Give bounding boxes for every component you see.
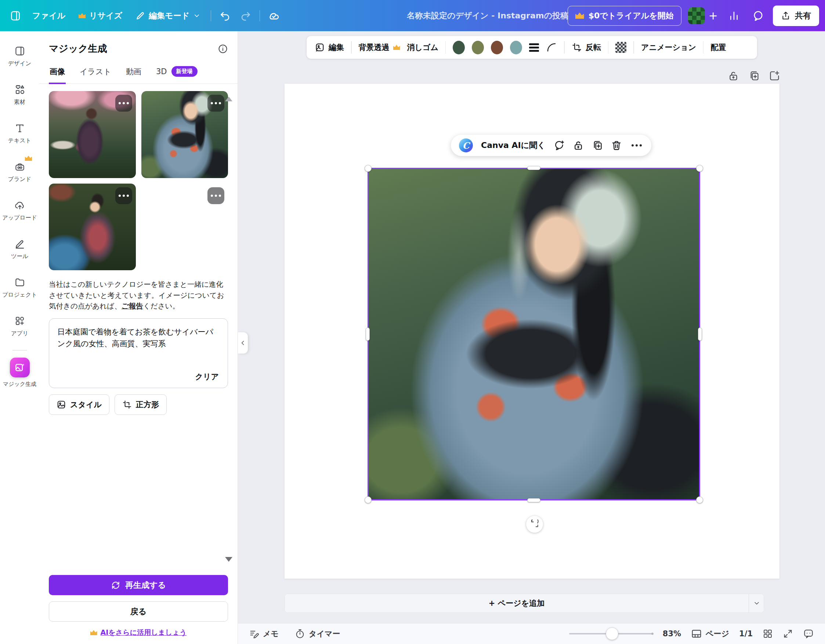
fullscreen-icon[interactable] <box>783 629 793 639</box>
sidebar-item-brand[interactable]: ブランド <box>0 153 39 191</box>
redo-button[interactable] <box>236 6 255 25</box>
prompt-input[interactable]: 日本庭園で着物を着てお茶を飲むサイバーパンク風の女性、高画質、実写系 <box>49 319 228 366</box>
panel-collapse-button[interactable] <box>238 332 248 354</box>
info-icon[interactable] <box>218 44 228 54</box>
aspect-ratio-button[interactable]: 正方形 <box>114 394 167 415</box>
edit-mode-button[interactable]: 編集モード <box>130 6 206 25</box>
assistant-icon[interactable] <box>803 628 814 639</box>
transparency-icon[interactable] <box>615 42 626 53</box>
bg-remover-button[interactable]: 背景透過 <box>359 42 400 53</box>
sidebar-item-text[interactable]: テキスト <box>0 114 39 153</box>
resize-button[interactable]: リサイズ <box>73 6 128 25</box>
resize-handle-bottom[interactable] <box>527 498 541 502</box>
generated-results-grid <box>49 91 228 270</box>
upload-cloud-icon <box>14 200 25 211</box>
resize-handle-top-right[interactable] <box>696 165 703 172</box>
image-color-swatch-4[interactable] <box>510 41 522 54</box>
resize-handle-right[interactable] <box>698 327 702 341</box>
generated-image-1[interactable] <box>49 91 136 178</box>
add-comment-button[interactable] <box>554 140 565 151</box>
resize-handle-bottom-right[interactable] <box>696 496 703 503</box>
regenerate-button[interactable]: 再生成する <box>49 575 228 595</box>
report-link[interactable]: ご報告 <box>122 302 143 310</box>
lock-toggle-icon[interactable] <box>728 70 739 82</box>
eraser-button[interactable]: 消しゴム <box>407 42 439 53</box>
style-button[interactable]: スタイル <box>49 394 110 415</box>
crop-icon <box>572 42 582 53</box>
generated-image-4[interactable] <box>141 184 229 270</box>
generated-image-3[interactable] <box>49 184 136 270</box>
lock-element-button[interactable] <box>573 140 584 151</box>
home-menu-button[interactable] <box>6 6 25 25</box>
sidebar-item-projects[interactable]: プロジェクト <box>0 269 39 307</box>
scroll-up-arrow[interactable] <box>225 97 232 101</box>
tab-illustration[interactable]: イラスト <box>79 63 112 84</box>
sidebar-item-tools[interactable]: ツール <box>0 230 39 269</box>
page-manager-button[interactable]: ページ <box>691 628 729 639</box>
timer-button[interactable]: タイマー <box>295 629 340 639</box>
zoom-slider-knob[interactable] <box>606 627 618 640</box>
file-menu-button[interactable]: ファイル <box>26 6 71 25</box>
more-options-button[interactable] <box>630 143 643 148</box>
duplicate-element-button[interactable] <box>592 140 603 151</box>
ai-upsell-link[interactable]: AIをさらに活用しましょう <box>100 628 187 638</box>
generated-image-2[interactable] <box>141 91 229 178</box>
image-color-swatch-2[interactable] <box>472 41 484 54</box>
regenerate-icon <box>111 581 121 590</box>
sidebar-item-design[interactable]: デザイン <box>0 37 39 76</box>
add-page-icon[interactable] <box>769 70 780 82</box>
comments-button[interactable] <box>749 6 768 25</box>
rotate-handle[interactable] <box>526 516 543 533</box>
selected-image-wrapper <box>368 168 700 500</box>
save-status-button[interactable] <box>264 6 283 25</box>
clear-prompt-button[interactable]: クリア <box>195 372 219 382</box>
tab-video[interactable]: 動画 <box>125 63 142 84</box>
stroke-weight-icon[interactable] <box>529 43 539 52</box>
dot <box>119 195 121 197</box>
resize-handle-top[interactable] <box>527 166 541 170</box>
thumbnail-more-button[interactable] <box>207 187 224 204</box>
new-badge: 新登場 <box>171 66 198 77</box>
back-button[interactable]: 戻る <box>49 601 228 622</box>
trial-button[interactable]: $0でトライアルを開始 <box>568 6 681 26</box>
ask-canva-ai-button[interactable]: Canva AIに聞く <box>481 140 545 151</box>
add-page-button[interactable]: + ページを追加 <box>284 594 749 613</box>
thumbnail-more-button[interactable] <box>115 187 132 204</box>
edit-image-button[interactable]: 編集 <box>315 42 344 53</box>
share-button[interactable]: 共有 <box>773 6 819 26</box>
sidebar-item-magic-media[interactable]: マジック生成 <box>0 354 39 391</box>
resize-handle-top-left[interactable] <box>365 165 372 172</box>
zoom-slider[interactable] <box>569 627 653 640</box>
sidebar-item-label: アプリ <box>11 330 29 337</box>
sidebar-item-uploads[interactable]: アップロード <box>0 191 39 230</box>
sidebar-item-apps[interactable]: アプリ <box>0 307 39 346</box>
crop-flip-button[interactable]: 反転 <box>572 42 601 53</box>
resize-handle-bottom-left[interactable] <box>365 496 372 503</box>
zoom-percentage[interactable]: 83% <box>663 629 681 638</box>
corner-rounding-icon[interactable] <box>546 42 557 53</box>
tab-images[interactable]: 画像 <box>49 63 66 84</box>
panel-title: マジック生成 <box>49 42 107 55</box>
scroll-down-arrow[interactable] <box>225 557 232 562</box>
thumbnail-more-button[interactable] <box>207 95 224 112</box>
animate-button[interactable]: アニメーション <box>641 42 696 53</box>
collapse-page-button[interactable] <box>749 594 764 613</box>
image-color-swatch-3[interactable] <box>491 41 503 54</box>
image-color-swatch-1[interactable] <box>453 41 465 54</box>
tab-3d[interactable]: 3D 新登場 <box>155 62 198 84</box>
document-title[interactable]: 名称未設定のデザイン - Instagramの投稿 <box>407 0 569 31</box>
sidebar-item-elements[interactable]: 素材 <box>0 76 39 114</box>
delete-element-button[interactable] <box>611 140 622 151</box>
duplicate-page-icon[interactable] <box>748 70 760 82</box>
selected-generated-image[interactable] <box>368 168 700 500</box>
position-button[interactable]: 配置 <box>711 42 726 53</box>
undo-button[interactable] <box>216 6 235 25</box>
account-add-button[interactable]: + <box>687 6 719 26</box>
resize-handle-left[interactable] <box>366 327 370 341</box>
dot <box>215 195 217 197</box>
notes-button[interactable]: メモ <box>249 629 279 639</box>
insights-button[interactable] <box>725 6 743 25</box>
grid-view-icon[interactable] <box>763 629 773 639</box>
thumbnail-more-button[interactable] <box>115 95 132 112</box>
design-icon <box>14 46 25 57</box>
